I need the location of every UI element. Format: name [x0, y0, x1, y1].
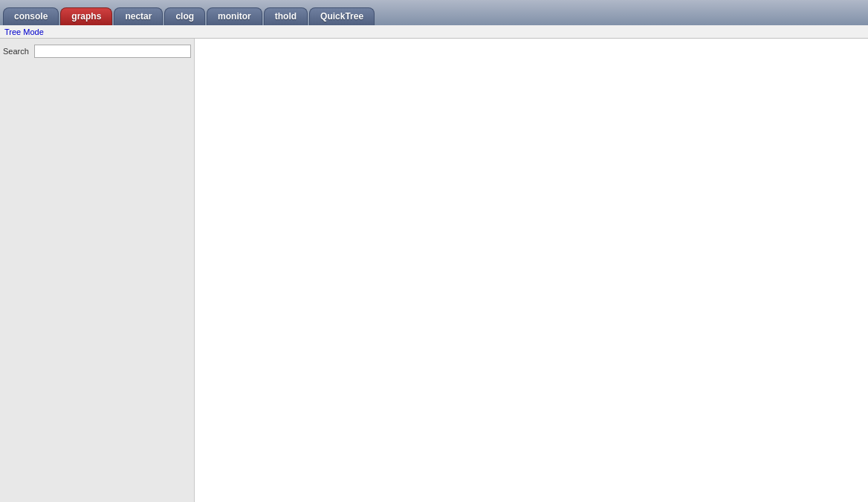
- tab-clog[interactable]: clog: [164, 7, 205, 25]
- tab-nectar[interactable]: nectar: [114, 7, 163, 25]
- tab-console[interactable]: console: [3, 7, 59, 25]
- tab-monitor[interactable]: monitor: [207, 7, 262, 25]
- sidebar: Search: [0, 39, 195, 502]
- tab-graphs[interactable]: graphs: [60, 7, 112, 25]
- content-pane: [195, 39, 868, 502]
- tree-mode-link[interactable]: Tree Mode: [4, 27, 44, 36]
- tab-quicktree[interactable]: QuickTree: [309, 7, 375, 25]
- search-input[interactable]: [34, 45, 191, 58]
- mode-bar: Tree Mode: [0, 25, 868, 39]
- search-label: Search: [3, 47, 31, 56]
- tab-thold[interactable]: thold: [264, 7, 308, 25]
- nav-bar: console graphs nectar clog monitor thold…: [0, 0, 868, 25]
- main-content: Search: [0, 39, 868, 502]
- search-row: Search: [3, 43, 191, 59]
